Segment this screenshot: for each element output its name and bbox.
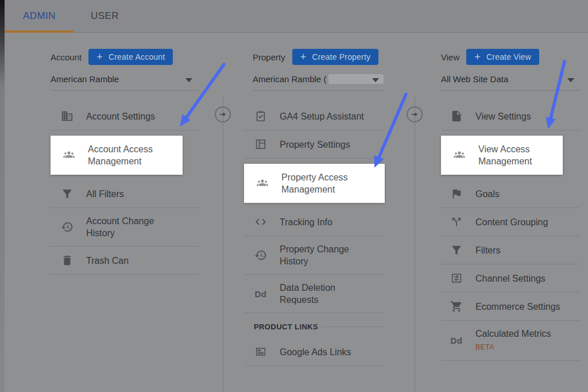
- property-column-label: Property: [253, 52, 285, 62]
- column-divider: [223, 97, 223, 392]
- trash-icon: [60, 253, 74, 267]
- create-account-label: Create Account: [109, 52, 165, 62]
- filter-icon: [450, 243, 463, 257]
- people-icon: [452, 148, 466, 162]
- menu-item-property-settings[interactable]: Property Settings: [244, 130, 385, 159]
- plus-icon: +: [474, 52, 481, 62]
- view-selector[interactable]: All Web Site Data: [441, 74, 580, 91]
- beta-badge: BETA: [475, 341, 551, 353]
- create-view-label: Create View: [486, 52, 531, 62]
- menu-item-data-deletion-requests[interactable]: Dd Data Deletion Requests: [244, 275, 385, 313]
- business-icon: [60, 109, 74, 123]
- file-icon: [450, 109, 463, 123]
- menu-item-channel-settings[interactable]: Channel Settings: [441, 264, 580, 293]
- code-icon: [254, 215, 268, 229]
- tab-user[interactable]: USER: [91, 10, 119, 22]
- menu-item-account-settings[interactable]: Account Settings: [51, 102, 198, 130]
- view-column-label: View: [441, 52, 459, 62]
- menu-item-account-access-management[interactable]: Account Access Management: [51, 136, 183, 175]
- create-account-button[interactable]: + Create Account: [88, 49, 173, 65]
- filter-icon: [60, 187, 74, 201]
- section-divider: [323, 326, 385, 327]
- account-selector[interactable]: American Ramble: [51, 74, 198, 91]
- chevron-down-icon: [567, 78, 574, 82]
- split-icon: [450, 215, 463, 229]
- dd-icon: Dd: [254, 287, 268, 301]
- property-column: Property + Create Property American Ramb…: [244, 49, 385, 366]
- column-divider: [415, 97, 415, 392]
- menu-item-all-filters[interactable]: All Filters: [51, 180, 198, 208]
- menu-item-ga4-setup-assistant[interactable]: GA4 Setup Assistant: [244, 102, 385, 130]
- chevron-down-icon: [372, 78, 379, 82]
- arrow-right-icon: [219, 110, 227, 118]
- property-settings-icon: [254, 137, 268, 151]
- create-view-button[interactable]: + Create View: [466, 49, 539, 65]
- menu-item-trash-can[interactable]: Trash Can: [51, 247, 198, 275]
- history-icon: [60, 220, 74, 234]
- arrow-right-icon: [411, 110, 419, 118]
- history-icon: [254, 248, 268, 262]
- menu-item-google-ads-links[interactable]: Google Ads Links: [244, 338, 385, 366]
- property-selector-value: American Ramble (: [253, 74, 326, 84]
- ads-icon: [254, 345, 268, 359]
- people-icon: [62, 148, 76, 162]
- plus-icon: +: [96, 52, 103, 62]
- cart-icon: [450, 299, 463, 313]
- view-selector-value: All Web Site Data: [441, 74, 508, 84]
- chevron-down-icon: [185, 78, 192, 82]
- menu-item-property-access-management[interactable]: Property Access Management: [244, 164, 385, 203]
- account-selector-value: American Ramble: [51, 74, 119, 84]
- menu-item-goals[interactable]: Goals: [441, 180, 580, 208]
- menu-item-tracking-info[interactable]: Tracking Info: [244, 208, 385, 236]
- view-column: View + Create View All Web Site Data Vie…: [441, 49, 580, 361]
- menu-item-view-access-management[interactable]: View Access Management: [441, 136, 563, 175]
- active-tab-underline: [5, 30, 74, 33]
- flag-icon: [450, 187, 463, 201]
- people-icon: [256, 176, 269, 190]
- account-column-label: Account: [51, 52, 82, 62]
- menu-item-view-settings[interactable]: View Settings: [441, 102, 580, 130]
- channel-icon: [450, 271, 463, 285]
- product-links-section-header: PRODUCT LINKS: [244, 313, 385, 338]
- account-column: Account + Create Account American Ramble…: [51, 49, 198, 275]
- menu-item-calculated-metrics[interactable]: Dd Calculated Metrics BETA: [441, 321, 580, 361]
- expand-column-button[interactable]: [407, 106, 423, 122]
- screenshot-edge: [0, 0, 5, 392]
- expand-column-button[interactable]: [215, 106, 231, 122]
- menu-item-account-change-history[interactable]: Account Change History: [51, 208, 198, 247]
- create-property-label: Create Property: [312, 52, 370, 62]
- menu-item-filters[interactable]: Filters: [441, 236, 580, 264]
- create-property-button[interactable]: + Create Property: [292, 49, 379, 65]
- menu-item-property-change-history[interactable]: Property Change History: [244, 236, 385, 275]
- clipboard-check-icon: [254, 109, 268, 123]
- dd-icon: Dd: [450, 334, 463, 348]
- property-selector[interactable]: American Ramble (: [253, 74, 385, 91]
- admin-tabbar: ADMIN USER: [0, 0, 588, 33]
- menu-item-ecommerce-settings[interactable]: Ecommerce Settings: [441, 293, 580, 321]
- plus-icon: +: [300, 52, 307, 62]
- tab-admin[interactable]: ADMIN: [23, 10, 56, 22]
- calculated-metrics-label: Calculated Metrics: [475, 329, 551, 339]
- menu-item-content-grouping[interactable]: Content Grouping: [441, 208, 580, 236]
